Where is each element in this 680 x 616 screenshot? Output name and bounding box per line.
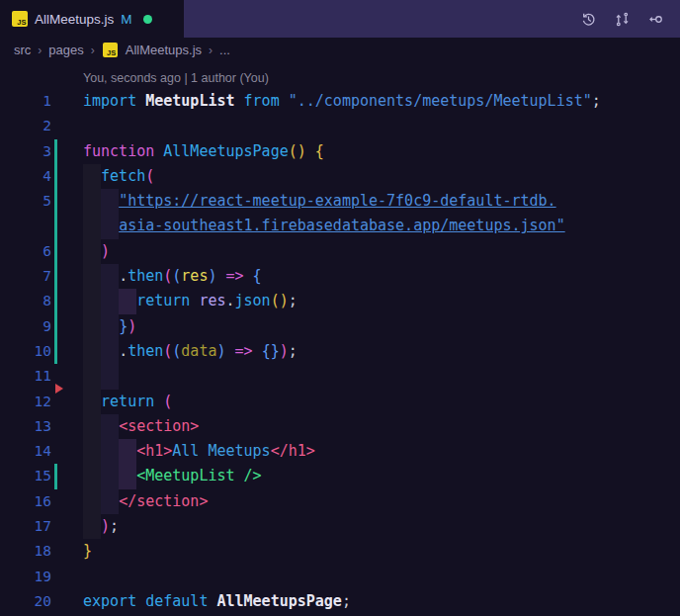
- code-line[interactable]: 2: [0, 114, 680, 138]
- code-line[interactable]: 15 <MeetupList />: [0, 464, 680, 488]
- git-modified-gutter-bar[interactable]: [54, 339, 57, 364]
- git-modified-gutter-bar[interactable]: [54, 139, 57, 164]
- code-line[interactable]: 9 }): [0, 314, 680, 339]
- breadcrumb-item-src[interactable]: src: [14, 43, 31, 57]
- git-modified-gutter-bar[interactable]: [54, 289, 57, 313]
- code-area[interactable]: 1import MeetupList from "../components/m…: [0, 89, 680, 614]
- git-modified-gutter-bar[interactable]: [54, 189, 57, 214]
- unsaved-changes-dot[interactable]: [143, 15, 152, 24]
- code-text: <MeetupList />: [83, 464, 262, 488]
- code-text: ): [83, 239, 110, 264]
- open-changes-icon[interactable]: [647, 11, 664, 28]
- timeline-icon[interactable]: [580, 11, 597, 28]
- code-line[interactable]: 18}: [0, 539, 680, 564]
- git-modified-badge: M: [121, 12, 131, 27]
- code-line[interactable]: 3function AllMeetupsPage() {: [0, 139, 680, 164]
- breadcrumb-item-more[interactable]: ...: [219, 43, 230, 57]
- code-line[interactable]: 16 </section>: [0, 489, 680, 514]
- line-number: 9: [0, 314, 51, 339]
- line-number: 1: [0, 89, 51, 114]
- git-modified-gutter-bar[interactable]: [54, 464, 57, 488]
- git-modified-gutter-bar[interactable]: [54, 214, 57, 238]
- line-number: 8: [0, 289, 51, 313]
- tab-allmeetups[interactable]: JS AllMeetups.js M: [0, 0, 184, 38]
- line-number: 19: [0, 565, 51, 589]
- code-text: return (: [83, 390, 172, 414]
- git-modified-gutter-bar[interactable]: [54, 164, 57, 189]
- breadcrumb: src › pages › JS AllMeetups.js › ...: [0, 38, 680, 62]
- code-line[interactable]: 7 .then((res) => {: [0, 264, 680, 289]
- line-number: 16: [0, 489, 51, 514]
- line-number: 6: [0, 239, 51, 264]
- chevron-right-icon: ›: [91, 44, 95, 57]
- code-line[interactable]: 5 "https://react-meetup-example-7f0c9-de…: [0, 189, 680, 214]
- line-number: 4: [0, 164, 51, 189]
- line-number: 15: [0, 464, 51, 488]
- line-number: 3: [0, 139, 51, 164]
- line-number: 7: [0, 264, 51, 289]
- code-text: .then((res) => {: [83, 264, 262, 289]
- js-file-icon: JS: [103, 43, 118, 57]
- line-number: 12: [0, 390, 51, 414]
- code-line[interactable]: 8 return res.json();: [0, 289, 680, 313]
- compare-changes-icon[interactable]: [614, 11, 631, 28]
- line-number: 13: [0, 414, 51, 439]
- line-number: 18: [0, 539, 51, 564]
- line-number: 20: [0, 589, 51, 614]
- chevron-right-icon: ›: [38, 44, 42, 57]
- git-deleted-gutter-arrow[interactable]: [55, 384, 63, 394]
- code-line[interactable]: 6 ): [0, 239, 680, 264]
- line-number: 10: [0, 339, 51, 364]
- git-modified-gutter-bar[interactable]: [54, 264, 57, 289]
- line-number: 17: [0, 514, 51, 539]
- git-modified-gutter-bar[interactable]: [54, 239, 57, 264]
- code-line[interactable]: 10 .then((data) => {});: [0, 339, 680, 364]
- indent-guide-shade: [83, 364, 101, 389]
- code-text: asia-southeast1.firebasedatabase.app/mee…: [83, 214, 565, 238]
- code-text: import MeetupList from "../components/me…: [83, 89, 601, 114]
- breadcrumb-item-pages[interactable]: pages: [48, 43, 83, 57]
- code-text: .then((data) => {});: [83, 339, 298, 364]
- code-line[interactable]: 19: [0, 565, 680, 589]
- code-text: );: [83, 514, 119, 539]
- code-line[interactable]: 13 <section>: [0, 414, 680, 439]
- code-line[interactable]: 11: [0, 364, 680, 389]
- code-text: function AllMeetupsPage() {: [83, 139, 324, 164]
- git-modified-gutter-bar[interactable]: [54, 314, 57, 339]
- line-number: 14: [0, 439, 51, 464]
- code-line[interactable]: 14 <h1>All Meetups</h1>: [0, 439, 680, 464]
- code-text: }): [83, 314, 136, 339]
- vscode-editor-window: JS AllMeetups.js M: [0, 0, 680, 616]
- line-number: [0, 214, 51, 238]
- js-file-icon: JS: [12, 11, 28, 27]
- code-text: "https://react-meetup-example-7f0c9-defa…: [83, 189, 556, 214]
- code-line[interactable]: 12 return (: [0, 390, 680, 414]
- line-number: 5: [0, 189, 51, 214]
- indent-guide-shade: [101, 364, 119, 389]
- code-text: export default AllMeetupsPage;: [83, 589, 351, 614]
- editor-tab-bar: JS AllMeetups.js M: [0, 0, 680, 38]
- line-number: 11: [0, 364, 51, 389]
- code-line[interactable]: asia-southeast1.firebasedatabase.app/mee…: [0, 214, 680, 238]
- code-text: <h1>All Meetups</h1>: [83, 439, 315, 464]
- code-editor[interactable]: You, seconds ago | 1 author (You) 1impor…: [0, 62, 680, 614]
- editor-title-actions: [184, 0, 680, 38]
- chevron-right-icon: ›: [209, 44, 212, 57]
- codelens-authors[interactable]: You, seconds ago | 1 author (You): [0, 62, 680, 89]
- code-text: fetch(: [83, 164, 154, 189]
- code-text: <section>: [83, 414, 199, 439]
- code-line[interactable]: 17 );: [0, 514, 680, 539]
- breadcrumb-item-file[interactable]: AllMeetups.js: [126, 43, 202, 57]
- code-text: return res.json();: [83, 289, 298, 313]
- code-line[interactable]: 4 fetch(: [0, 164, 680, 189]
- code-text: </section>: [83, 489, 208, 514]
- line-number: 2: [0, 114, 51, 138]
- code-line[interactable]: 1import MeetupList from "../components/m…: [0, 89, 680, 114]
- code-text: }: [83, 539, 92, 564]
- code-line[interactable]: 20export default AllMeetupsPage;: [0, 589, 680, 614]
- tab-title: AllMeetups.js: [35, 12, 114, 27]
